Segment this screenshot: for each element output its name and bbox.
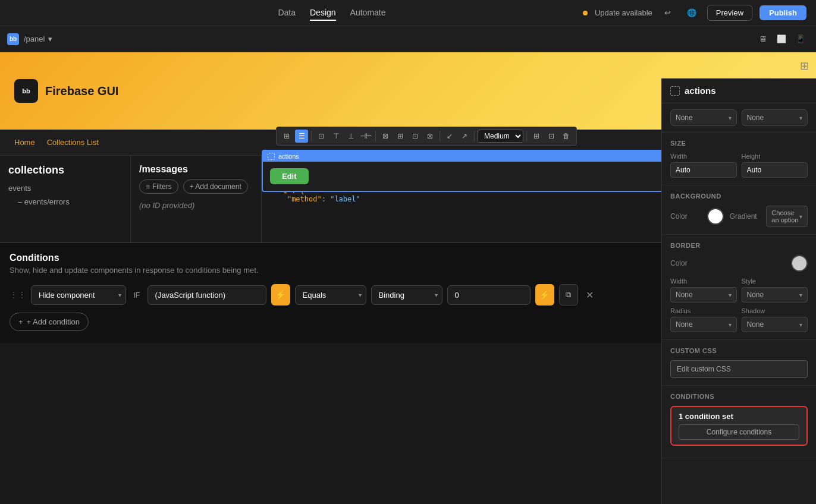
nav-tabs: Data Design Automate (86, 5, 578, 21)
actions-label-text: actions (278, 153, 299, 160)
rp-border-section: BORDER Color Width None ▾ Style (662, 235, 816, 340)
tb-align-bottom-icon[interactable]: ⊥ (344, 130, 357, 143)
background-section-title: BACKGROUND (670, 193, 808, 200)
rp-dropdown-1[interactable]: None ▾ (670, 109, 737, 126)
filter-add-bar: ≡ Filters + Add document (139, 179, 253, 194)
width-input[interactable] (670, 162, 737, 178)
rp-top-dropdowns: None ▾ None ▾ (662, 103, 816, 133)
tb-expand-icon[interactable]: ↗ (458, 130, 471, 143)
operator-select-wrapper: Equals Not equals Greater than Less than… (295, 285, 366, 305)
tb-list-icon[interactable]: ☰ (295, 130, 308, 143)
firebase-logo: bb (14, 79, 38, 103)
width-label: Width (670, 153, 737, 160)
custom-css-title: CUSTOM CSS (670, 347, 808, 354)
border-style-select[interactable]: None ▾ (742, 287, 808, 303)
filters-button[interactable]: ≡ Filters (139, 179, 178, 194)
tb-align-left-icon[interactable]: ⊠ (379, 130, 392, 143)
tb-layout-icon[interactable]: ⊞ (530, 130, 543, 143)
bg-gradient-label: Gradient (730, 212, 761, 220)
binding-select[interactable]: Binding Value (371, 285, 442, 305)
tb-align-center-h-icon[interactable]: ⊞ (394, 130, 407, 143)
size-select[interactable]: Medium Small Large (478, 130, 523, 143)
height-input[interactable] (742, 162, 808, 178)
nav-collections[interactable]: Collections List (47, 138, 99, 147)
plus-icon: + (18, 317, 23, 326)
add-condition-button[interactable]: + + Add condition (10, 313, 89, 331)
rp-title: actions (685, 86, 716, 96)
tab-design[interactable]: Design (310, 5, 336, 21)
js-lightning-button[interactable]: ⚡ (271, 284, 290, 305)
js-function-input[interactable] (147, 285, 266, 305)
border-radius-select[interactable]: None ▾ (670, 317, 737, 332)
toolbar: ⊞ ☰ ⊡ ⊤ ⊥ ⊣⊢ ⊠ ⊞ ⊡ ⊠ ↙ ↗ Medium Small (276, 127, 577, 146)
tb-align-top-icon[interactable]: ⊡ (315, 130, 328, 143)
add-document-button[interactable]: + Add document (183, 179, 248, 194)
copy-condition-button[interactable]: ⧉ (559, 284, 578, 305)
mobile-icon[interactable]: 📱 (792, 31, 809, 48)
conditions-title: Conditions (10, 253, 258, 263)
messages-title: /messages (139, 164, 253, 175)
value-input[interactable] (447, 285, 531, 305)
border-color-swatch[interactable] (791, 255, 808, 272)
rp-custom-css-section: CUSTOM CSS Edit custom CSS (662, 340, 816, 386)
drag-handle[interactable]: ⋮⋮ (10, 290, 26, 300)
height-field: Height (742, 153, 808, 178)
configure-conditions-button[interactable]: Configure conditions (679, 424, 799, 440)
history-icon[interactable]: ↩ (660, 5, 676, 21)
tab-automate[interactable]: Automate (350, 5, 386, 21)
action-select-wrapper: Hide component Show component Update com… (31, 285, 126, 305)
panel-icon: bb (7, 33, 19, 45)
tb-shrink-icon[interactable]: ↙ (443, 130, 456, 143)
tb-copy-icon[interactable]: ⊡ (545, 130, 558, 143)
width-field: Width (670, 153, 737, 178)
col-events-errors[interactable]: – events/errors (8, 195, 122, 209)
border-shadow-select[interactable]: None ▾ (742, 317, 808, 332)
conditions-description: Show, hide and update components in resp… (10, 266, 258, 275)
preview-button[interactable]: Preview (707, 5, 752, 21)
grid-icon: ⊞ (800, 59, 809, 73)
action-select[interactable]: Hide component Show component Update com… (31, 285, 126, 305)
operator-select[interactable]: Equals Not equals Greater than Less than (295, 285, 366, 305)
border-radius-label: Radius (670, 307, 737, 314)
publish-button[interactable]: Publish (759, 5, 806, 20)
desktop-icon[interactable]: 🖥 (754, 31, 771, 48)
rp-header-icon (670, 86, 680, 96)
update-dot (583, 11, 588, 15)
tb-distribute-v-icon[interactable]: ⊠ (423, 130, 437, 143)
edit-button[interactable]: Edit (270, 168, 309, 184)
binding-select-wrapper: Binding Value ▾ (371, 285, 442, 305)
rp-conditions-section: CONDITIONS 1 condition set Configure con… (662, 386, 816, 458)
height-label: Height (742, 153, 808, 160)
border-color-label: Color (670, 259, 785, 267)
top-navigation: Data Design Automate Update available ↩ … (0, 0, 816, 26)
tablet-icon[interactable]: ⬜ (773, 31, 790, 48)
no-id-text: (no ID provided) (139, 201, 253, 210)
actions-label-icon (268, 153, 275, 160)
rp-dropdown-2[interactable]: None ▾ (742, 109, 808, 126)
border-width-select[interactable]: None ▾ (670, 287, 737, 303)
edit-custom-css-button[interactable]: Edit custom CSS (670, 360, 808, 378)
tb-grid-icon[interactable]: ⊞ (280, 130, 293, 143)
tb-align-right-icon[interactable]: ⊡ (409, 130, 422, 143)
rp-background-section: BACKGROUND Color Gradient Choose an opti… (662, 185, 816, 235)
tab-data[interactable]: Data (278, 5, 296, 21)
border-style-label: Style (742, 278, 808, 285)
bg-color-swatch[interactable] (707, 208, 724, 225)
gradient-select[interactable]: Choose an option ▾ (766, 206, 808, 227)
condition-set-count: 1 condition set (679, 412, 799, 421)
rp-header: actions (662, 78, 816, 103)
tb-delete-icon[interactable]: 🗑 (560, 130, 573, 143)
tb-distribute-h-icon[interactable]: ⊣⊢ (359, 130, 372, 143)
right-panel: actions None ▾ None ▾ SIZE Width (661, 78, 816, 504)
background-color-row: Color Gradient Choose an option ▾ (670, 206, 808, 227)
globe-icon[interactable]: 🌐 (683, 5, 700, 21)
if-label: IF (131, 291, 143, 300)
remove-condition-button[interactable]: ✕ (583, 288, 597, 302)
nav-home[interactable]: Home (14, 138, 35, 147)
collections-title: collections (8, 164, 122, 177)
panel-label[interactable]: /panel ▾ (24, 34, 52, 43)
tb-align-center-v-icon[interactable]: ⊤ (329, 130, 343, 143)
col-events[interactable]: events (8, 181, 122, 195)
border-shadow-label: Shadow (742, 307, 808, 314)
value-lightning-button[interactable]: ⚡ (535, 284, 554, 305)
